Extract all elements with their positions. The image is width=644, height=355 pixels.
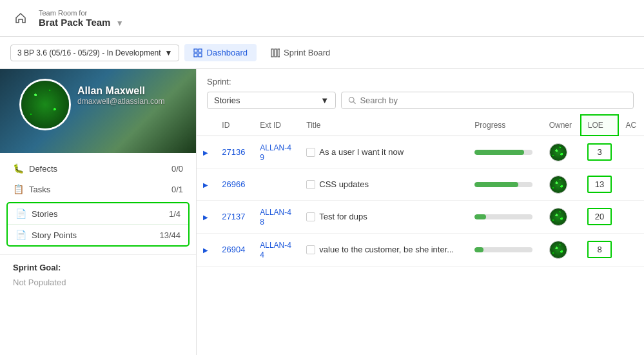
stories-label: Stories [32,209,57,219]
right-header: Sprint: Stories ▼ [197,69,644,114]
stat-defects: 🐛 Defects 0/0 [0,158,196,179]
table-row: ▶27137ALLAN-48Test for dups20 [197,200,644,233]
col-loe: LOE [581,115,619,136]
row-ac [618,233,644,266]
search-box[interactable] [341,92,634,109]
row-owner-avatar [549,241,567,259]
row-progress-fill [474,150,524,155]
row-expand-icon[interactable]: ▶ [203,214,208,221]
row-owner-avatar [549,143,567,161]
table-header-row: ID Ext ID Title Progress Owner LOE AC [197,115,644,136]
header-team-name: Brat Pack Team ▼ [39,17,124,28]
user-email: dmaxwell@atlassian.com [77,97,165,106]
header-chevron-icon[interactable]: ▼ [116,19,124,28]
user-info: Allan Maxwell dmaxwell@atlassian.com [77,85,165,106]
svg-rect-1 [199,49,202,52]
row-loe: 8 [587,241,612,258]
sprint-goal-section: Sprint Goal: Not Populated [0,254,196,295]
avatar [19,79,71,130]
stories-filter-dropdown[interactable]: Stories ▼ [207,92,336,109]
row-title-cell: As a user I want it now [306,147,462,157]
col-expand [197,115,215,136]
table-row: ▶26904ALLAN-44value to the customer, be … [197,233,644,266]
svg-point-7 [349,97,354,103]
story-type-icon [306,148,315,157]
stories-icon: 📄 [15,208,26,219]
filter-row: Stories ▼ [207,92,634,109]
sprint-table: ID Ext ID Title Progress Owner LOE AC ▶2… [197,114,644,355]
row-progress [474,247,532,252]
svg-rect-5 [275,49,277,57]
main-content: Allan Maxwell dmaxwell@atlassian.com 🐛 D… [0,69,644,355]
col-ac: AC [618,115,644,136]
right-panel: Sprint: Stories ▼ [197,69,644,355]
not-populated-text: Not Populated [13,278,183,287]
table-row: ▶27136ALLAN-49As a user I want it now3 [197,136,644,168]
tab-sprint-board[interactable]: Sprint Board [262,44,339,61]
row-id[interactable]: 27136 [222,147,245,157]
col-progress: Progress [468,115,542,136]
row-ext-id[interactable]: ALLAN-49 [260,143,291,162]
row-ext-id[interactable]: ALLAN-48 [260,208,291,227]
stat-story-points: 📄 Story Points 13/44 [8,224,188,245]
svg-line-8 [353,101,355,103]
row-loe: 20 [587,208,612,225]
row-progress [474,150,532,155]
search-input[interactable] [360,96,627,105]
row-title: As a user I want it now [319,147,404,157]
row-id[interactable]: 27137 [222,212,245,221]
row-id[interactable]: 26904 [222,245,245,254]
search-icon [348,96,356,105]
row-title: CSS updates [319,179,369,189]
row-progress-fill [474,182,518,187]
story-points-label: Story Points [32,230,77,240]
row-loe: 3 [587,143,612,161]
svg-rect-2 [194,54,197,57]
sprint-goal-label: Sprint Goal: [13,263,183,272]
row-progress [474,182,532,187]
row-id[interactable]: 26966 [222,179,245,189]
table-row: ▶26966CSS updates13 [197,168,644,200]
row-progress [474,214,532,219]
col-owner: Owner [543,115,581,136]
user-name: Allan Maxwell [77,85,165,97]
left-panel: Allan Maxwell dmaxwell@atlassian.com 🐛 D… [0,69,197,355]
row-owner-avatar [549,208,567,226]
row-ext-id[interactable]: ALLAN-44 [260,241,291,259]
stories-count: 1/4 [169,209,181,219]
svg-rect-6 [278,49,280,57]
row-title-cell: value to the customer, be she inter... [306,245,462,254]
header-subtitle: Team Room for [39,9,124,17]
avatar-section: Allan Maxwell dmaxwell@atlassian.com [0,69,196,153]
tab-dashboard[interactable]: Dashboard [184,44,257,61]
defects-count: 0/0 [171,164,183,174]
row-expand-icon[interactable]: ▶ [203,149,208,156]
story-points-count: 13/44 [159,230,181,240]
story-type-icon [306,180,315,189]
defects-icon: 🐛 [13,163,24,174]
sprint-chevron-icon: ▼ [165,48,173,57]
header-title-block: Team Room for Brat Pack Team ▼ [39,9,124,28]
defects-label: Defects [29,164,57,174]
sprint-selector[interactable]: 3 BP 3.6 (05/16 - 05/29) - In Developmen… [10,45,179,61]
row-loe: 13 [587,176,612,193]
story-type-icon [306,212,315,221]
tasks-icon: 📋 [13,184,24,194]
svg-rect-4 [271,49,273,57]
row-expand-icon[interactable]: ▶ [203,247,208,254]
col-title: Title [300,115,468,136]
avatar-pattern [21,81,69,128]
stat-tasks: 📋 Tasks 0/1 [0,179,196,199]
svg-rect-3 [199,54,202,57]
row-title: value to the customer, be she inter... [319,245,454,254]
col-id: ID [215,115,253,136]
row-owner-avatar [549,176,567,194]
stories-chevron-icon: ▼ [320,96,329,105]
row-title: Test for dups [319,212,367,221]
row-ac [618,200,644,233]
row-title-cell: CSS updates [306,179,462,189]
svg-rect-0 [194,49,197,52]
home-icon[interactable] [10,8,31,28]
row-expand-icon[interactable]: ▶ [203,181,208,188]
story-points-icon: 📄 [15,230,26,240]
